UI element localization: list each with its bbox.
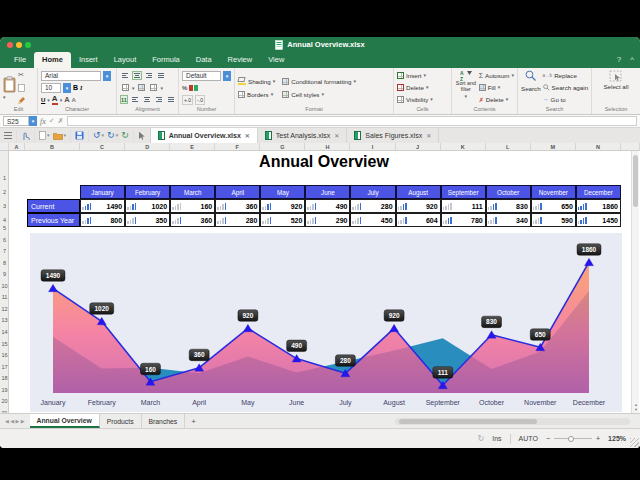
- row-label-cell[interactable]: Current: [27, 199, 80, 213]
- decrease-decimal-button[interactable]: -.0: [195, 95, 205, 105]
- align-right-icon[interactable]: [154, 95, 164, 104]
- row-header-16[interactable]: 16: [0, 352, 9, 358]
- search-button[interactable]: Search: [521, 83, 541, 93]
- value-cell[interactable]: 450: [350, 213, 395, 227]
- column-header-B[interactable]: B: [25, 143, 80, 150]
- align-center-icon[interactable]: [142, 95, 152, 104]
- justify-icon[interactable]: [156, 71, 166, 80]
- resize-grip[interactable]: [630, 438, 639, 447]
- month-header-cell[interactable]: May: [260, 185, 305, 199]
- font-size-select[interactable]: 10: [41, 83, 61, 93]
- font-size-caret[interactable]: ▾: [63, 83, 71, 93]
- document-tab[interactable]: Test Analysis.xlsx✕: [258, 128, 348, 143]
- value-cell[interactable]: 1020: [125, 199, 170, 213]
- close-tab-icon[interactable]: ✕: [245, 132, 250, 139]
- value-cell[interactable]: 490: [305, 199, 350, 213]
- zoom-out-button[interactable]: −: [546, 435, 550, 442]
- open-folder-icon[interactable]: [53, 132, 63, 140]
- value-cell[interactable]: 520: [260, 213, 305, 227]
- number-format-select[interactable]: Default: [182, 71, 221, 81]
- bold-button[interactable]: B: [73, 84, 78, 91]
- value-cell[interactable]: 1490: [80, 199, 125, 213]
- column-header-E[interactable]: E: [170, 143, 215, 150]
- column-header-N[interactable]: N: [576, 143, 621, 150]
- row-header-19[interactable]: 19: [0, 387, 9, 393]
- zoom-level[interactable]: 125%: [608, 435, 626, 442]
- merge-cells-icon[interactable]: [137, 83, 147, 92]
- row-label-cell[interactable]: Previous Year: [27, 213, 80, 227]
- add-sheet-button[interactable]: +: [185, 414, 202, 428]
- undo-icon[interactable]: ↺: [93, 131, 101, 140]
- row-header-9[interactable]: 9: [0, 271, 9, 277]
- value-cell[interactable]: 650: [531, 199, 576, 213]
- currency-style-icon[interactable]: [189, 84, 198, 92]
- month-header-cell[interactable]: February: [125, 185, 170, 199]
- font-color-button[interactable]: A: [52, 95, 58, 105]
- column-header-K[interactable]: K: [441, 143, 486, 150]
- sort-filter-caret[interactable]: ▾: [465, 93, 468, 99]
- value-cell[interactable]: 340: [486, 213, 531, 227]
- month-header-cell[interactable]: July: [350, 185, 395, 199]
- visibility-button[interactable]: Visibility▾: [397, 94, 433, 104]
- new-document-caret[interactable]: ▾: [47, 133, 50, 138]
- row-header-6[interactable]: 6: [0, 237, 9, 243]
- value-cell[interactable]: 280: [350, 199, 395, 213]
- undo-caret[interactable]: ▾: [102, 133, 105, 138]
- row-header-17[interactable]: 17: [0, 364, 9, 370]
- autosum-button[interactable]: ΣAutosum▾: [479, 70, 514, 80]
- row-header-12[interactable]: 12: [0, 306, 9, 312]
- delete-cells-button[interactable]: Delete▾: [397, 82, 433, 92]
- insert-mode-indicator[interactable]: Ins: [492, 435, 501, 442]
- horizontal-scrollbar-thumb[interactable]: [399, 419, 537, 424]
- collapse-ribbon-icon[interactable]: ^: [630, 55, 634, 64]
- conditional-formatting-button[interactable]: Conditional formatting▾: [282, 76, 356, 86]
- select-all-icon[interactable]: [609, 70, 623, 83]
- value-cell[interactable]: 1450: [576, 213, 621, 227]
- align-middle-icon[interactable]: [132, 71, 142, 80]
- column-header-G[interactable]: G: [260, 143, 305, 150]
- paste-menu-caret[interactable]: ▾: [3, 94, 16, 100]
- wrap-text-icon[interactable]: 11: [120, 95, 128, 104]
- refresh-icon[interactable]: ↻: [121, 131, 129, 140]
- menu-tab-view[interactable]: View: [260, 52, 292, 68]
- row-header-11[interactable]: 11: [0, 294, 9, 300]
- value-cell[interactable]: 160: [170, 199, 215, 213]
- cut-icon[interactable]: ✂: [18, 71, 26, 79]
- value-cell[interactable]: 290: [305, 213, 350, 227]
- increase-decimal-button[interactable]: +.0: [182, 95, 193, 105]
- font-name-select[interactable]: Arial: [41, 71, 101, 81]
- sheet-nav-arrows[interactable]: ◀ ◀ ▶ ▶: [0, 414, 30, 428]
- value-cell[interactable]: 111: [441, 199, 486, 213]
- month-header-cell[interactable]: March: [170, 185, 215, 199]
- sheet-tab-branches[interactable]: Branches: [142, 414, 186, 428]
- value-cell[interactable]: 360: [215, 199, 260, 213]
- name-box[interactable]: S25: [3, 116, 29, 126]
- align-bottom-icon[interactable]: [144, 71, 154, 80]
- search-icon[interactable]: [525, 70, 537, 82]
- value-cell[interactable]: 920: [260, 199, 305, 213]
- menu-icon[interactable]: [4, 132, 12, 139]
- merge-caret[interactable]: ▾: [161, 85, 164, 91]
- row-header-18[interactable]: 18: [0, 375, 9, 381]
- row-header-4[interactable]: 4: [0, 217, 9, 223]
- select-all-corner[interactable]: [0, 143, 9, 150]
- row-header-20[interactable]: 20: [0, 398, 9, 404]
- scroll-arrows[interactable]: ▲▼: [632, 402, 640, 412]
- row-header-7[interactable]: 7: [0, 248, 9, 254]
- goto-button[interactable]: →Go to: [543, 94, 588, 104]
- menu-tab-file[interactable]: File: [6, 52, 34, 68]
- align-left-icon[interactable]: [130, 95, 140, 104]
- value-cell[interactable]: 280: [215, 213, 260, 227]
- value-cell[interactable]: 780: [441, 213, 486, 227]
- redo-icon[interactable]: ↻: [107, 131, 115, 140]
- value-cell[interactable]: 1860: [576, 199, 621, 213]
- zoom-in-button[interactable]: +: [596, 435, 600, 442]
- row-header-2[interactable]: 2: [0, 189, 9, 195]
- month-header-cell[interactable]: September: [441, 185, 486, 199]
- month-header-cell[interactable]: November: [531, 185, 576, 199]
- column-header-D[interactable]: D: [125, 143, 170, 150]
- border-box-icon[interactable]: [120, 83, 130, 92]
- fill-button[interactable]: Fill▾: [479, 82, 514, 92]
- align-top-icon[interactable]: [120, 71, 130, 80]
- italic-button[interactable]: I: [80, 85, 82, 91]
